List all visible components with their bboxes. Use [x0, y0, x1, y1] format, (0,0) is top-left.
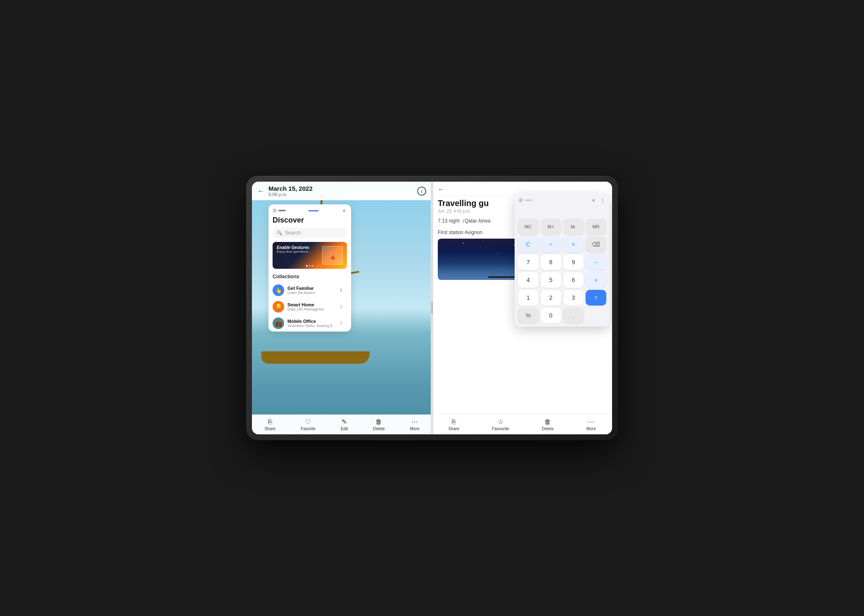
mobile-office-icon: 💼 [273, 317, 284, 329]
mobile-office-text: Mobile Office Seamless Tasks, Soaring E.… [287, 319, 337, 328]
banner-subtitle: Enjoy fluid operations [277, 250, 309, 254]
calc-buttons: MC M+ M- MR C ÷ × ⌫ 7 8 9 − 4 5 [515, 219, 610, 323]
right-share-button[interactable]: ⎘ Share [448, 418, 459, 431]
calc-btn-9[interactable]: 9 [563, 254, 584, 270]
calc-btn-mr[interactable]: MR [586, 219, 606, 235]
right-favourite-icon: ☆ [498, 418, 503, 426]
calc-btn-decimal[interactable]: . [563, 308, 584, 323]
smart-home-text: Smart Home Daily Life Reimagined [287, 302, 337, 311]
get-familiar-text: Get Familiar Learn the Basics [287, 286, 337, 295]
boat-hull [260, 351, 369, 364]
calc-btn-mc[interactable]: MC [518, 219, 539, 235]
left-share-button[interactable]: ⎘ Share [264, 418, 275, 431]
collection-item-get-familiar[interactable]: 👆 Get Familiar Learn the Basics 9 › [268, 282, 351, 299]
calc-btn-minus[interactable]: − [586, 254, 606, 270]
delete-icon: 🗑 [375, 418, 382, 426]
discover-panel: ✕ Discover 🔍 Search Enable Gestures Enjo… [268, 204, 351, 332]
right-delete-icon: 🗑 [544, 418, 551, 426]
right-more-button[interactable]: ⋯ More [586, 418, 596, 431]
calc-btn-3[interactable]: 3 [563, 290, 584, 306]
favorite-icon: ♡ [305, 418, 311, 426]
get-familiar-chevron: › [346, 288, 347, 293]
discover-underline [309, 210, 318, 211]
calc-btn-mminus[interactable]: M- [563, 219, 584, 235]
right-delete-button[interactable]: 🗑 Delete [542, 418, 554, 431]
right-more-label: More [586, 426, 596, 431]
discover-search-bar[interactable]: 🔍 Search [273, 228, 347, 238]
calc-btn-0[interactable]: 0 [541, 308, 561, 323]
discover-title: Discover [268, 215, 351, 228]
calc-btn-clear[interactable]: C [518, 237, 539, 252]
right-share-label: Share [448, 426, 459, 431]
calc-btn-7[interactable]: 7 [518, 254, 539, 270]
mobile-office-count: 7 [340, 321, 342, 326]
right-back-button[interactable]: ← [438, 186, 444, 193]
calc-win-controls [519, 198, 532, 202]
info-icon[interactable]: i [417, 187, 426, 196]
discover-close-btn[interactable]: ✕ [341, 208, 347, 213]
share-label: Share [264, 426, 275, 431]
calc-btn-2[interactable]: 2 [541, 290, 561, 306]
calc-btn-1[interactable]: 1 [518, 290, 539, 306]
discover-win-btn-1 [273, 208, 277, 213]
edit-label: Edit [341, 426, 348, 431]
left-edit-button[interactable]: ✎ Edit [341, 418, 348, 431]
smart-home-desc: Daily Life Reimagined [287, 307, 337, 311]
calc-btn-8[interactable]: 8 [541, 254, 561, 270]
share-icon: ⎘ [268, 418, 272, 426]
more-label: More [410, 426, 420, 431]
collection-item-mobile-office[interactable]: 💼 Mobile Office Seamless Tasks, Soaring … [268, 315, 351, 332]
smart-home-name: Smart Home [287, 302, 337, 307]
calc-btn-4[interactable]: 4 [518, 272, 539, 288]
search-placeholder: Search [285, 230, 301, 236]
star [497, 253, 497, 254]
discover-banner[interactable]: Enable Gestures Enjoy fluid operations 🗼 [273, 242, 347, 269]
right-delete-label: Delete [542, 426, 554, 431]
calc-btn-plus[interactable]: + [586, 272, 606, 288]
camera [431, 179, 433, 181]
left-delete-button[interactable]: 🗑 Delete [373, 418, 385, 431]
edit-icon: ✎ [342, 418, 347, 426]
collection-item-smart-home[interactable]: 💡 Smart Home Daily Life Reimagined 3 › [268, 299, 351, 315]
get-familiar-count: 9 [340, 288, 342, 293]
right-favourite-button[interactable]: ☆ Favourite [492, 418, 509, 431]
calc-btn-equals[interactable]: = [586, 290, 606, 306]
get-familiar-icon: 👆 [273, 284, 284, 296]
left-title: March 15, 2022 [268, 185, 313, 192]
divider-handle[interactable] [431, 302, 433, 314]
collections-label: Collections [268, 273, 351, 282]
calc-btn-backspace[interactable]: ⌫ [586, 237, 606, 252]
left-date: 5:09 p.m. [268, 192, 313, 197]
calc-more-btn[interactable]: ⋮ [600, 197, 605, 203]
smart-home-chevron: › [346, 305, 347, 309]
left-more-button[interactable]: ⋯ More [410, 418, 420, 431]
banner-text: Enable Gestures Enjoy fluid operations [277, 245, 309, 254]
calc-titlebar: ✕ ⋮ [515, 194, 610, 206]
calc-minimize-btn[interactable] [525, 199, 532, 201]
more-icon: ⋯ [411, 418, 418, 426]
calc-btn-mplus[interactable]: M+ [541, 219, 561, 235]
banner-image: 🗼 [322, 246, 343, 265]
get-familiar-name: Get Familiar [287, 286, 337, 291]
left-topbar: ← March 15, 2022 5:09 p.m. i [252, 182, 432, 200]
calc-btn-5[interactable]: 5 [541, 272, 561, 288]
left-favorite-button[interactable]: ♡ Favorite [301, 418, 316, 431]
calc-win-btn-1 [519, 198, 523, 202]
left-topbar-left: ← March 15, 2022 5:09 p.m. [258, 185, 313, 197]
discover-minimize-btn[interactable] [278, 210, 286, 211]
mobile-office-desc: Seamless Tasks, Soaring E... [287, 324, 337, 328]
star [480, 247, 480, 247]
right-more-icon: ⋯ [588, 418, 594, 426]
calc-btn-multiply[interactable]: × [563, 237, 584, 252]
banner-dot-1 [306, 265, 308, 267]
calc-btn-6[interactable]: 6 [563, 272, 584, 288]
right-bottombar: ⎘ Share ☆ Favourite 🗑 Delete ⋯ More [432, 414, 612, 434]
calc-close-btn[interactable]: ✕ [591, 197, 596, 203]
search-icon: 🔍 [277, 230, 282, 236]
calc-btn-percent[interactable]: % [518, 308, 539, 323]
left-back-button[interactable]: ← [258, 187, 264, 195]
right-panel: ← Travelling gu Jun. 23, 4:42 p.m. 7.13 … [432, 182, 612, 434]
calc-btn-divide[interactable]: ÷ [541, 237, 561, 252]
left-title-group: March 15, 2022 5:09 p.m. [268, 185, 313, 197]
left-panel: ← March 15, 2022 5:09 p.m. i [252, 182, 432, 434]
